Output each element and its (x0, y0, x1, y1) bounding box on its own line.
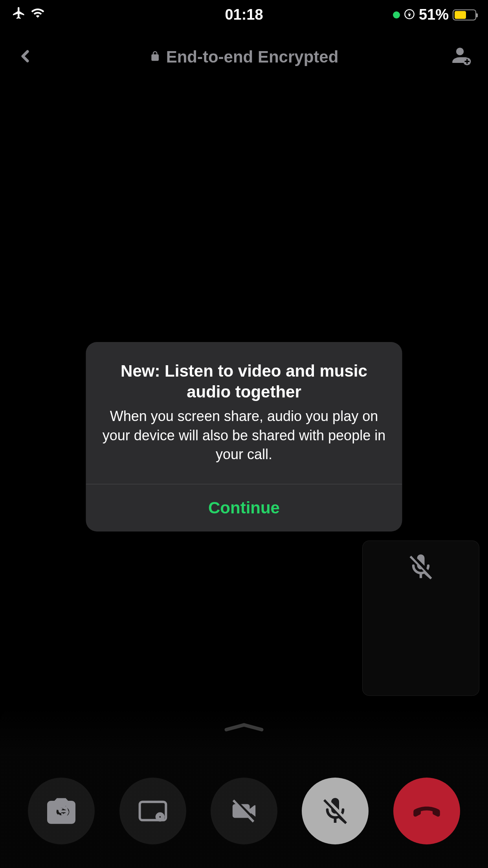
continue-button[interactable]: Continue (86, 484, 402, 531)
lock-icon (150, 48, 161, 66)
dialog-content: New: Listen to video and music audio tog… (86, 342, 402, 484)
screen-share-button[interactable] (119, 778, 186, 844)
status-left (12, 6, 45, 24)
svg-point-1 (456, 48, 464, 55)
feature-dialog: New: Listen to video and music audio tog… (86, 342, 402, 531)
drag-handle-icon[interactable] (222, 721, 266, 734)
controls-row (0, 778, 488, 844)
hangup-button[interactable] (393, 778, 460, 844)
video-off-button[interactable] (211, 778, 277, 844)
battery-icon (453, 9, 476, 20)
self-view-pip[interactable] (362, 541, 479, 696)
wifi-icon (31, 6, 45, 24)
add-participant-button[interactable] (449, 45, 472, 69)
mic-muted-icon (406, 552, 436, 583)
call-controls-sheet (0, 707, 488, 868)
switch-camera-button[interactable] (28, 778, 95, 844)
header-title-text: End-to-end Encrypted (166, 48, 339, 66)
battery-percent: 51% (419, 6, 449, 23)
status-bar: 01:18 51% (0, 0, 488, 29)
privacy-indicator-icon (393, 11, 400, 18)
header-title-row: End-to-end Encrypted (150, 48, 339, 66)
mute-button[interactable] (302, 778, 369, 844)
dialog-body: When you screen share, audio you play on… (102, 407, 387, 464)
status-time: 01:18 (225, 6, 263, 23)
orientation-lock-icon (404, 6, 415, 23)
status-right: 51% (393, 6, 476, 23)
back-button[interactable] (16, 45, 35, 69)
dialog-title: New: Listen to video and music audio tog… (102, 361, 387, 402)
call-header: End-to-end Encrypted (0, 39, 488, 75)
airplane-mode-icon (12, 6, 26, 24)
